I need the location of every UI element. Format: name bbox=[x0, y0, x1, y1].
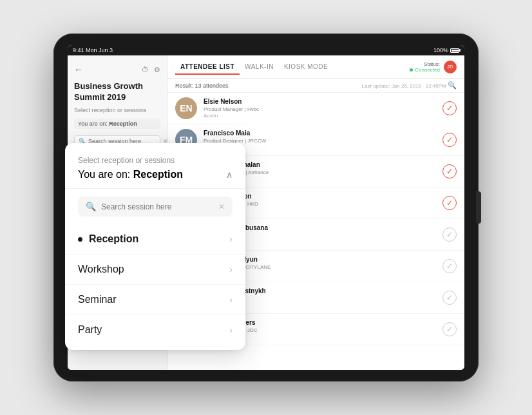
nav-connected: Connected bbox=[410, 67, 440, 73]
panel-search-input[interactable] bbox=[101, 202, 213, 211]
gear-icon[interactable]: ⚙ bbox=[154, 66, 160, 74]
results-text: Result: 13 attendees bbox=[175, 82, 229, 89]
attendee-name: Francisco Maia bbox=[204, 130, 436, 137]
check-mark-icon: ✓ bbox=[446, 199, 453, 207]
chevron-right-icon: › bbox=[229, 294, 233, 305]
status-bar: 9:41 Mon Jun 3 100% bbox=[68, 45, 464, 55]
check-circle[interactable]: ✓ bbox=[442, 291, 457, 305]
check-mark-icon: ✓ bbox=[446, 294, 453, 302]
sidebar-current-badge: You are on: Reception bbox=[74, 119, 160, 129]
check-circle[interactable]: ✓ bbox=[442, 196, 457, 210]
avatar[interactable]: JD bbox=[444, 61, 457, 73]
attendee-city: Austin bbox=[204, 113, 436, 119]
chevron-up-icon[interactable]: ∧ bbox=[226, 169, 233, 180]
panel-session-item[interactable]: Reception› bbox=[65, 224, 245, 255]
panel-session-list: Reception›Workshop›Seminar›Party› bbox=[65, 224, 245, 345]
attendee-name: Elsie Nelson bbox=[204, 98, 436, 105]
panel-session-name: Party bbox=[78, 324, 102, 336]
check-circle[interactable]: ✓ bbox=[442, 259, 457, 273]
panel-session-item[interactable]: Seminar› bbox=[65, 285, 245, 315]
last-update: Last update: Jan 26, 2019 · 12:45PM 🔍 bbox=[362, 81, 457, 90]
ipad-side-button bbox=[476, 191, 481, 224]
panel-current-label-text: You are on: bbox=[78, 169, 130, 180]
sidebar-back-row: ← ⏱ ⚙ bbox=[68, 62, 167, 77]
panel-session-item[interactable]: Workshop› bbox=[65, 255, 245, 285]
results-bar: Result: 13 attendees Last update: Jan 26… bbox=[167, 79, 464, 93]
panel-session-name: Seminar bbox=[78, 294, 117, 305]
check-circle[interactable]: ✓ bbox=[442, 227, 457, 242]
sidebar-subtitle: Select reception or sessions bbox=[68, 107, 167, 113]
attendee-avatar: EN bbox=[175, 97, 197, 119]
panel-search-icon: 🔍 bbox=[86, 202, 96, 211]
panel-search-clear-icon[interactable]: ✕ bbox=[218, 202, 225, 211]
check-circle[interactable]: ✓ bbox=[442, 164, 457, 179]
check-mark-icon: ✓ bbox=[446, 262, 453, 270]
green-dot bbox=[410, 68, 413, 72]
panel-header: Select reception or sessions You are on:… bbox=[65, 156, 245, 189]
panel-subtitle: Select reception or sessions bbox=[78, 156, 233, 165]
panel-session-item[interactable]: Party› bbox=[65, 315, 245, 345]
panel-search[interactable]: 🔍 ✕ bbox=[78, 197, 233, 217]
chevron-right-icon: › bbox=[229, 264, 233, 275]
check-mark-icon: ✓ bbox=[446, 136, 453, 144]
check-mark-icon: ✓ bbox=[446, 325, 453, 333]
tab-kiosk-mode[interactable]: KIOSK MODE bbox=[279, 63, 333, 70]
status-label: Status: bbox=[424, 61, 440, 67]
battery-text: 100% bbox=[433, 47, 448, 53]
current-value-text: Reception bbox=[109, 121, 137, 127]
check-circle[interactable]: ✓ bbox=[442, 322, 457, 336]
chevron-right-icon: › bbox=[229, 325, 233, 335]
nav-status: Status: Connected bbox=[410, 61, 440, 73]
last-update-text: Last update: Jan 26, 2019 · 12:45PM bbox=[362, 83, 446, 89]
clock-icon[interactable]: ⏱ bbox=[142, 66, 149, 73]
tab-attendee-list[interactable]: ATTENDEE LIST bbox=[175, 63, 240, 70]
attendee-row[interactable]: ENElsie NelsonProduct Manager | HvbcAust… bbox=[167, 93, 464, 124]
panel-current-row: You are on: Reception ∧ bbox=[78, 169, 233, 180]
battery-fill bbox=[451, 50, 459, 52]
ipad-shell: 9:41 Mon Jun 3 100% ← ⏱ ⚙ Business G bbox=[53, 34, 479, 381]
active-bullet bbox=[78, 237, 82, 242]
panel-session-name: Workshop bbox=[78, 264, 124, 275]
back-icon[interactable]: ← bbox=[74, 64, 83, 75]
check-circle[interactable]: ✓ bbox=[442, 101, 457, 115]
search-icon[interactable]: 🔍 bbox=[448, 81, 457, 89]
check-mark-icon: ✓ bbox=[446, 231, 453, 238]
panel-current-value: Reception bbox=[133, 169, 183, 180]
attendee-info: Elsie NelsonProduct Manager | HvbcAustin bbox=[204, 98, 436, 119]
chevron-right-icon: › bbox=[229, 234, 233, 244]
check-mark-icon: ✓ bbox=[446, 104, 453, 112]
current-label-text: You are on: bbox=[78, 121, 108, 127]
connected-label: Connected bbox=[415, 67, 440, 73]
sidebar-header-icons: ⏱ ⚙ bbox=[142, 66, 160, 74]
battery-icon bbox=[450, 48, 459, 53]
tab-walk-in[interactable]: WALK-IN bbox=[240, 63, 279, 70]
floating-session-panel: Select reception or sessions You are on:… bbox=[65, 143, 245, 350]
panel-current-label: You are on: Reception bbox=[78, 169, 183, 180]
check-circle[interactable]: ✓ bbox=[442, 133, 457, 147]
status-bar-right: 100% bbox=[433, 47, 459, 53]
status-time: 9:41 Mon Jun 3 bbox=[73, 47, 113, 53]
check-mark-icon: ✓ bbox=[446, 168, 453, 175]
panel-session-name: Reception bbox=[78, 233, 138, 245]
top-nav: ATTENDEE LIST WALK-IN KIOSK MODE Status:… bbox=[167, 55, 464, 79]
attendee-role: Product Manager | Hvbc bbox=[204, 106, 436, 112]
sidebar-event-title: Business Growth Summit 2019 bbox=[68, 81, 167, 107]
